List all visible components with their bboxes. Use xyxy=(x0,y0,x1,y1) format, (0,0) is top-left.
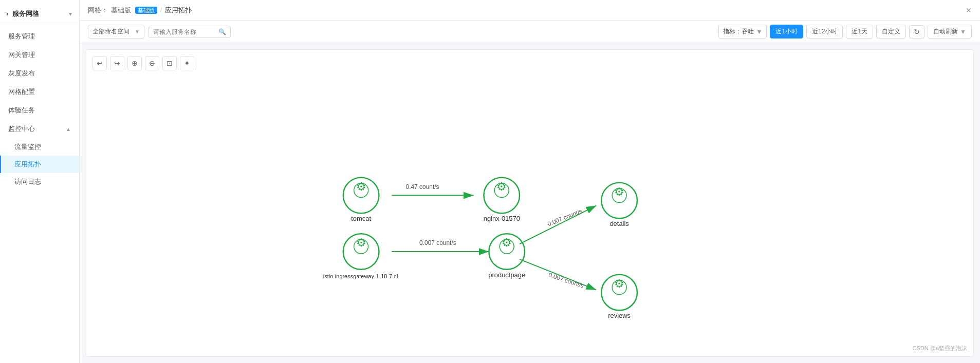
topology-graph: 0.47 count/s 0.007 count/s 0.007 count/s… xyxy=(86,50,973,356)
auto-refresh-arrow-icon: ▼ xyxy=(960,28,966,35)
sidebar-item-app-topology[interactable]: 应用拓扑 xyxy=(0,156,79,173)
node-details-icon: ⚙ xyxy=(614,185,624,198)
back-icon[interactable]: ‹ xyxy=(6,10,8,17)
sidebar-item-access-log[interactable]: 访问日志 xyxy=(0,173,79,190)
sidebar-header: ‹ 服务网格 ▼ xyxy=(0,5,79,23)
zoom-out-btn[interactable]: ⊖ xyxy=(145,56,159,70)
sidebar-item-traffic-monitor[interactable]: 流量监控 xyxy=(0,138,79,156)
search-icon: 🔍 xyxy=(218,28,226,35)
namespace-select[interactable]: 全部命名空间 ▼ xyxy=(88,25,144,39)
node-reviews-label[interactable]: reviews xyxy=(608,312,631,319)
time-btn-1h[interactable]: 近1小时 xyxy=(770,25,803,39)
time-btn-12h[interactable]: 近12小时 xyxy=(806,25,843,39)
header-close-icon[interactable]: ✕ xyxy=(966,6,972,14)
time-btn-custom[interactable]: 自定义 xyxy=(876,25,906,39)
page-footer: CSDN @a坚强的泡沫 xyxy=(912,345,967,352)
monitor-center-arrow-icon: ▲ xyxy=(66,126,71,132)
edge-label-productpage-reviews: 0.007 count/s xyxy=(548,271,585,289)
redo-btn[interactable]: ↪ xyxy=(110,56,124,70)
node-istio-label[interactable]: istio-ingressgateway-1-18-7-r1 xyxy=(323,273,399,279)
node-productpage-label[interactable]: productpage xyxy=(488,271,525,279)
search-input[interactable] xyxy=(153,28,216,35)
edge-label-tomcat-nginx: 0.47 count/s xyxy=(406,183,439,190)
sidebar-item-service-management[interactable]: 服务管理 xyxy=(0,27,79,46)
breadcrumb-current: 应用拓扑 xyxy=(165,6,192,15)
auto-refresh-btn[interactable]: 自动刷新 ▼ xyxy=(928,25,972,39)
edge-label-istio-productpage: 0.007 count/s xyxy=(419,239,456,246)
sidebar-item-canary-release[interactable]: 灰度发布 xyxy=(0,64,79,83)
metric-select-arrow-icon: ▼ xyxy=(756,28,762,35)
canvas-area: ↩ ↪ ⊕ ⊖ ⊡ ✦ 0.47 count/s 0.007 count/s xyxy=(86,49,974,357)
main-content: 网格： 基础版 基础版 / 应用拓扑 ✕ 全部命名空间 ▼ 🔍 指标：吞吐 ▼ … xyxy=(80,0,980,363)
node-nginx-label[interactable]: nginx-01570 xyxy=(484,215,520,222)
time-btn-1d[interactable]: 近1天 xyxy=(846,25,873,39)
sidebar-item-monitor-center[interactable]: 监控中心 ▲ xyxy=(0,120,79,138)
breadcrumb-separator: / xyxy=(160,6,162,14)
node-details-label[interactable]: details xyxy=(609,220,628,227)
edge-label-productpage-details: 0.007 count/s xyxy=(546,207,583,228)
node-tomcat-label[interactable]: tomcat xyxy=(351,215,371,222)
zoom-in-btn[interactable]: ⊕ xyxy=(127,56,142,70)
breadcrumb-mesh-label: 网格： xyxy=(88,6,108,15)
node-istio-icon: ⚙ xyxy=(356,236,366,249)
breadcrumb-mesh-name: 基础版 基础版 xyxy=(111,6,157,15)
canvas-toolbar: ↩ ↪ ⊕ ⊖ ⊡ ✦ xyxy=(93,56,194,70)
header: 网格： 基础版 基础版 / 应用拓扑 ✕ xyxy=(80,0,980,21)
sidebar-item-gateway-management[interactable]: 网关管理 xyxy=(0,46,79,64)
edge-productpage-details xyxy=(520,205,596,244)
basic-badge: 基础版 xyxy=(135,7,157,14)
node-tomcat-icon: ⚙ xyxy=(356,180,366,193)
sidebar-collapse-icon[interactable]: ▼ xyxy=(68,11,73,17)
sidebar-item-mesh-config[interactable]: 网格配置 xyxy=(0,83,79,101)
fit-btn[interactable]: ⊡ xyxy=(162,56,177,70)
layout-btn[interactable]: ✦ xyxy=(180,56,194,70)
toolbar-right: 指标：吞吐 ▼ 近1小时 近12小时 近1天 自定义 ↻ 自动刷新 ▼ xyxy=(718,25,972,39)
sidebar: ‹ 服务网格 ▼ 服务管理 网关管理 灰度发布 网格配置 体验任务 监控中心 ▲… xyxy=(0,0,80,363)
search-box[interactable]: 🔍 xyxy=(149,26,231,38)
node-reviews-icon: ⚙ xyxy=(614,277,624,290)
node-nginx-icon: ⚙ xyxy=(496,180,507,193)
sidebar-logo: ‹ 服务网格 xyxy=(6,9,68,18)
namespace-select-arrow-icon: ▼ xyxy=(135,29,140,34)
refresh-icon-btn[interactable]: ↻ xyxy=(909,25,924,39)
toolbar-left: 全部命名空间 ▼ 🔍 xyxy=(88,25,714,39)
sidebar-item-experience-task[interactable]: 体验任务 xyxy=(0,101,79,120)
metric-select[interactable]: 指标：吞吐 ▼ xyxy=(718,25,767,39)
undo-btn[interactable]: ↩ xyxy=(93,56,107,70)
node-productpage-icon: ⚙ xyxy=(502,236,512,249)
toolbar: 全部命名空间 ▼ 🔍 指标：吞吐 ▼ 近1小时 近12小时 近1天 自定义 ↻ … xyxy=(80,21,980,43)
